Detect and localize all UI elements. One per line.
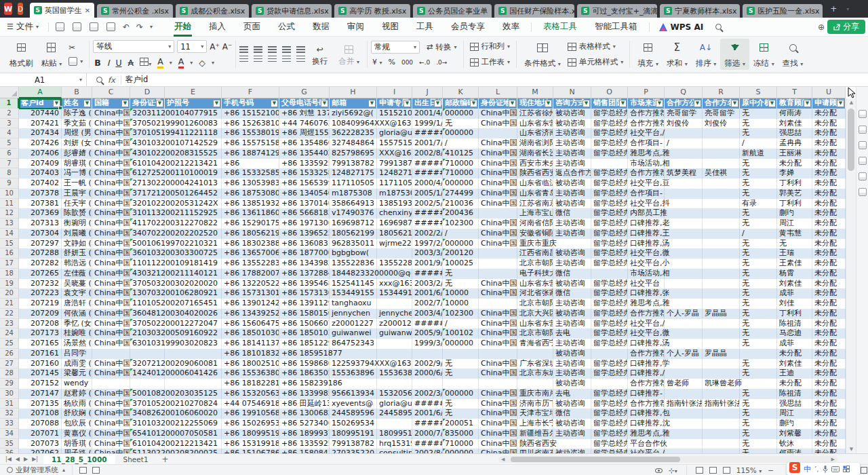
cell[interactable]: 370503200302020020	[130, 279, 165, 289]
cell[interactable]: 207219	[19, 299, 62, 309]
cell[interactable]: 包欣辰 (女	[62, 419, 92, 429]
cell[interactable]: 207147	[19, 389, 62, 399]
row-header-18[interactable]: 18	[0, 269, 19, 279]
cell[interactable]: 207304	[19, 229, 62, 239]
cell[interactable]: 周子路 (女	[62, 449, 92, 453]
row-header-4[interactable]: 4	[0, 128, 19, 138]
cell[interactable]: +86 田延岭1395	[279, 399, 330, 409]
cell[interactable]: 274499	[443, 189, 479, 199]
cell[interactable]: 钦沐	[777, 439, 812, 449]
cell[interactable]: 未分配	[812, 239, 846, 249]
cell[interactable]: 371721200501264452	[130, 189, 165, 199]
name-box-chevron-icon[interactable]: ▾	[79, 77, 82, 83]
cell[interactable]: 被动咨询	[553, 178, 591, 189]
cell[interactable]: 122593794XXX@163.	[330, 359, 377, 369]
cell[interactable]: 000000	[443, 109, 479, 119]
cell[interactable]: 杨欣雨 (女	[62, 399, 92, 409]
cell[interactable]: 153449155	[377, 288, 412, 299]
cell[interactable]: 主动咨询	[553, 138, 591, 149]
cell[interactable]: 主动咨询	[553, 299, 591, 309]
row-header-9[interactable]: 9	[0, 178, 19, 189]
cell[interactable]: 未分配	[812, 309, 846, 319]
row-header-21[interactable]: 21	[0, 299, 19, 309]
row-header-30[interactable]: 30	[0, 389, 19, 399]
cell[interactable]: 864752343	[330, 339, 377, 349]
sidebar-tool-icon[interactable]	[859, 172, 867, 180]
cell[interactable]: 安徽省铜陵	[517, 229, 553, 239]
cell[interactable]: 主动咨询	[553, 339, 591, 349]
cell[interactable]: 唐浩轩 (男	[62, 299, 92, 309]
cell[interactable]: 刘佳	[777, 299, 812, 309]
cell[interactable]: 山东省东营	[517, 119, 553, 129]
scroll-right-icon[interactable]: ▶	[831, 456, 835, 463]
filter-dropdown-icon[interactable]: ▼	[83, 100, 91, 107]
cell[interactable]: +86 15152100	[222, 109, 279, 119]
cell[interactable]: 200120	[443, 248, 479, 259]
bold-button[interactable]: B	[94, 58, 101, 68]
cell[interactable]: China中国	[92, 239, 130, 249]
cell[interactable]: 无	[740, 439, 777, 449]
cell[interactable]: 340826200106060020	[130, 408, 165, 419]
font-size-select[interactable]: 11▾	[177, 40, 207, 53]
cell[interactable]: 310113200211152925	[130, 208, 165, 218]
cell[interactable]: 王素佳	[777, 259, 812, 269]
cell[interactable]: +86 157313016	[279, 288, 330, 299]
column-header-J[interactable]: J	[412, 87, 443, 98]
menu-item-审阅[interactable]: 审阅	[338, 18, 373, 37]
cell[interactable]: 207297	[19, 239, 62, 249]
cell[interactable]: 重庆市重庆	[517, 239, 553, 249]
cell[interactable]: 2005/1/26	[412, 189, 443, 199]
zoom-level[interactable]: 115% ▾	[736, 466, 762, 474]
cell[interactable]: 未分配	[812, 149, 846, 159]
header-cell-C[interactable]: 国籍▼	[92, 98, 130, 109]
cell[interactable]: 刘素佳	[777, 359, 812, 369]
cell[interactable]: China中国	[92, 419, 130, 429]
cell[interactable]: ########	[412, 218, 443, 229]
column-header-M[interactable]: M	[517, 87, 553, 98]
cell[interactable]: 杨霄	[777, 269, 812, 279]
cell[interactable]: wendy	[62, 379, 92, 389]
fx-icon[interactable]: fx	[108, 75, 115, 85]
cell[interactable]: 610104200212213421	[130, 439, 165, 449]
row-header-11[interactable]: 11	[0, 199, 19, 209]
cell[interactable]: 留学总经办	[591, 189, 628, 199]
cell[interactable]: 207409	[19, 159, 62, 169]
column-header-U[interactable]: U	[812, 87, 846, 98]
cell[interactable]: 口碑推荐,王	[628, 229, 665, 239]
cell[interactable]: 留学总经办	[591, 279, 628, 289]
cell[interactable]: 返点合作方	[553, 168, 591, 178]
cell[interactable]: +86 1343982452	[279, 259, 330, 269]
column-header-T[interactable]: T	[777, 87, 812, 98]
cell[interactable]: 未分配	[777, 159, 812, 169]
cell[interactable]: 2002/7/16	[412, 299, 443, 309]
cell[interactable]: 刘晨曦 (女	[62, 229, 92, 239]
cell[interactable]: 罗晶晶	[703, 349, 740, 359]
cell[interactable]: +86 130068266	[279, 408, 330, 419]
cell[interactable]: 衡琬明 (女	[62, 218, 92, 229]
table-style-button[interactable]: 表格样式▾	[565, 41, 627, 52]
cell[interactable]: +86 19910568	[222, 408, 279, 419]
page-break-icon[interactable]	[723, 467, 730, 474]
cell[interactable]: 丁利利	[777, 178, 812, 189]
cell[interactable]: 亮哥留学	[703, 109, 740, 119]
cell[interactable]: 207402	[19, 178, 62, 189]
cell[interactable]: 无	[740, 288, 777, 299]
sidebar-tool-icon[interactable]	[859, 141, 867, 149]
cell[interactable]: 主动咨询	[553, 429, 591, 439]
cell[interactable]: +86 18099519	[222, 429, 279, 439]
cell[interactable]: 207062	[19, 449, 62, 453]
cell[interactable]: 留学总经办	[591, 399, 628, 409]
cell[interactable]: 310103200212255069	[130, 419, 165, 429]
percent-button[interactable]: %	[388, 58, 395, 66]
cell[interactable]: 2000/4/24	[412, 178, 443, 189]
document-tab[interactable]: S贷款申请信息.xlsx	[252, 4, 332, 18]
cell[interactable]: 王瑞	[777, 248, 812, 259]
font-color-button[interactable]: A	[178, 56, 184, 69]
row-header-33[interactable]: 33	[0, 419, 19, 429]
cell[interactable]: 1997/2/21	[412, 239, 443, 249]
cell[interactable]: 留学总经办	[591, 218, 628, 229]
cell[interactable]: 留学总经办	[591, 229, 628, 239]
cell[interactable]: 2003/3/30	[412, 248, 443, 259]
cell[interactable]: 207403	[19, 168, 62, 178]
column-header-G[interactable]: G	[279, 87, 330, 98]
